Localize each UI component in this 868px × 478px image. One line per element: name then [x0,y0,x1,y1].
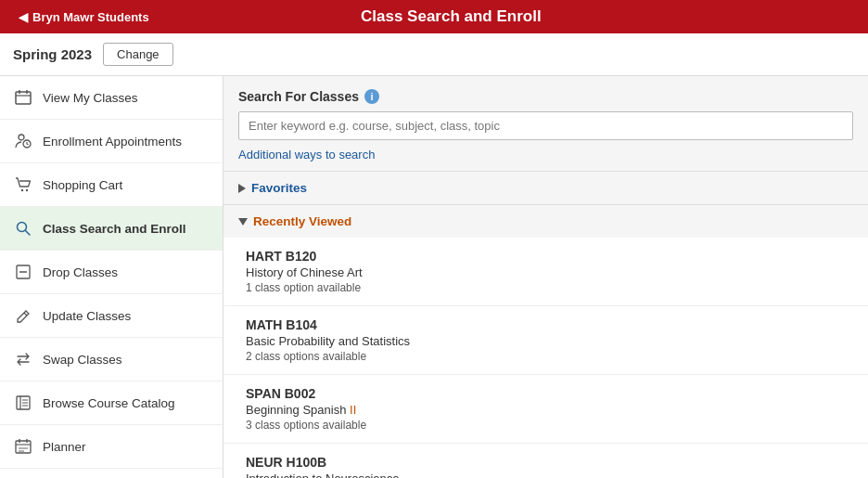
drop-icon [13,262,33,282]
sidebar-label-class-search: Class Search and Enroll [43,222,186,236]
page-title: Class Search and Enroll [157,7,746,26]
planner-icon [13,436,33,457]
svg-rect-0 [16,92,31,104]
course-item-span[interactable]: SPAN B002 Beginning Spanish II 3 class o… [223,375,868,444]
sidebar-label-update-classes: Update Classes [43,309,131,323]
sidebar-item-update-classes[interactable]: Update Classes [0,294,223,338]
search-icon [13,218,33,239]
recently-viewed-header[interactable]: Recently Viewed [223,205,868,238]
person-clock-icon [13,131,33,151]
sidebar: View My Classes Enrollment Appointments [0,76,223,478]
course-item-neur[interactable]: NEUR H100B Introduction to Neuroscience … [223,444,868,478]
sidebar-item-class-search[interactable]: Class Search and Enroll [0,207,223,251]
search-input[interactable] [238,111,853,140]
sidebar-item-browse-catalog[interactable]: Browse Course Catalog [0,381,223,425]
sidebar-label-swap-classes: Swap Classes [43,353,122,367]
sidebar-label-drop-classes: Drop Classes [43,265,118,279]
course-options-span: 3 class options available [246,419,846,432]
favorites-label: Favorites [251,181,307,195]
sidebar-label-view-classes: View My Classes [43,91,138,105]
sidebar-item-swap-classes[interactable]: Swap Classes [0,338,223,381]
back-arrow-icon: ◀ [19,10,28,24]
favorites-collapse-icon [238,184,246,193]
course-name-hart: History of Chinese Art [246,265,846,279]
search-label-row: Search For Classes i [238,89,853,104]
recently-viewed-section: Recently Viewed HART B120 History of Chi… [223,205,868,478]
course-name-math: Basic Probability and Statistics [246,334,846,348]
sidebar-item-view-classes[interactable]: View My Classes [0,76,223,120]
favorites-section: Favorites [223,172,868,205]
course-code-hart: HART B120 [246,249,846,264]
recently-viewed-expand-icon [238,218,248,226]
calendar-icon [13,87,33,108]
sidebar-label-planner: Planner [43,440,86,454]
info-icon[interactable]: i [364,89,379,104]
back-label: Bryn Mawr Students [32,10,149,24]
additional-ways-link[interactable]: Additional ways to search [238,148,375,171]
semester-label: Spring 2023 [13,46,92,62]
recently-viewed-label: Recently Viewed [253,214,351,228]
course-name-span-highlight: II [350,403,356,417]
semester-row: Spring 2023 Change [0,33,868,76]
course-code-math: MATH B104 [246,317,846,332]
svg-point-4 [19,135,24,140]
main-layout: View My Classes Enrollment Appointments [0,76,868,478]
cart-icon [13,174,33,195]
course-name-neur: Introduction to Neuroscience [246,472,846,478]
header: ◀ Bryn Mawr Students Class Search and En… [0,0,868,33]
swap-icon [13,349,33,369]
sidebar-item-shopping-cart[interactable]: Shopping Cart [0,163,223,207]
pencil-icon [13,305,33,326]
sidebar-item-drop-classes[interactable]: Drop Classes [0,251,223,294]
course-options-math: 2 class options available [246,350,846,363]
back-button[interactable]: ◀ Bryn Mawr Students [11,6,157,28]
svg-line-11 [26,231,31,236]
search-section: Search For Classes i Additional ways to … [223,76,868,172]
sidebar-item-planner[interactable]: Planner [0,425,223,469]
sidebar-item-enrollment-appointments[interactable]: Enrollment Appointments [0,120,223,163]
sidebar-label-browse-catalog: Browse Course Catalog [43,396,175,410]
content-area: Search For Classes i Additional ways to … [223,76,868,478]
course-name-span-before: Beginning Spanish [246,403,350,417]
sidebar-label-enrollment-appointments: Enrollment Appointments [43,135,182,149]
course-code-neur: NEUR H100B [246,455,846,470]
svg-point-9 [26,189,28,191]
course-name-span: Beginning Spanish II [246,403,846,417]
svg-line-14 [24,313,27,316]
book-icon [13,393,33,413]
course-item-math[interactable]: MATH B104 Basic Probability and Statisti… [223,306,868,375]
favorites-header[interactable]: Favorites [223,172,868,204]
course-list: HART B120 History of Chinese Art 1 class… [223,238,868,478]
search-label: Search For Classes [238,89,359,104]
svg-point-8 [21,189,23,191]
change-semester-button[interactable]: Change [103,43,173,66]
course-item-hart[interactable]: HART B120 History of Chinese Art 1 class… [223,238,868,306]
sidebar-label-shopping-cart: Shopping Cart [43,178,122,192]
course-options-hart: 1 class option available [246,281,846,294]
course-code-span: SPAN B002 [246,386,846,401]
